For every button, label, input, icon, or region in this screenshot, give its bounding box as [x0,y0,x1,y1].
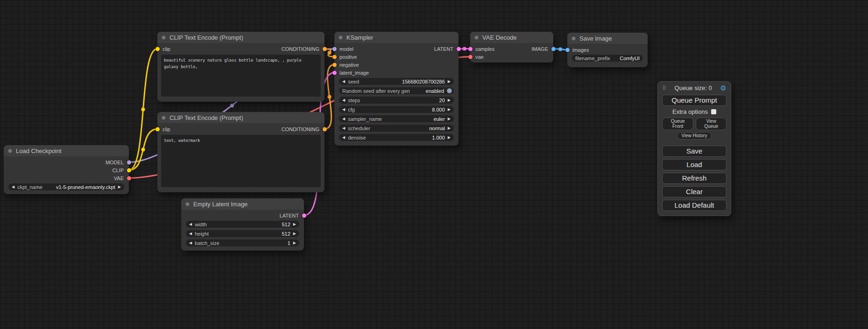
output-dot-conditioning[interactable] [323,127,327,131]
filename-prefix-widget[interactable]: filename_prefix ComfyUI [572,55,643,62]
input-dot-positive[interactable] [332,55,337,59]
increment-arrow-icon[interactable]: ▶ [448,108,451,112]
output-dot-vae[interactable] [127,176,131,180]
widget-label: scheduler [348,126,370,131]
increment-arrow-icon[interactable]: ▶ [293,241,296,245]
node-clip-text-encode-positive[interactable]: CLIP Text Encode (Prompt) clip CONDITION… [157,32,325,102]
input-slot-images[interactable]: images [567,46,648,54]
view-queue-button[interactable]: View Queue [696,118,727,130]
node-titlebar[interactable]: Save Image [567,33,648,44]
output-slot-vae[interactable]: VAE [4,174,129,182]
clear-button[interactable]: Clear [662,186,727,197]
node-ksampler[interactable]: KSampler model LATENT positive negative … [334,32,459,146]
input-slot-negative[interactable]: negative [334,61,459,69]
drag-handle-icon[interactable]: ⠿ [662,85,666,91]
node-vae-decode[interactable]: VAE Decode samples IMAGE vae [470,32,553,63]
node-clip-text-encode-negative[interactable]: CLIP Text Encode (Prompt) clip CONDITION… [157,112,325,192]
width-widget[interactable]: ◀ width 512 ▶ [186,221,299,228]
decrement-arrow-icon[interactable]: ◀ [342,136,345,140]
decrement-arrow-icon[interactable]: ◀ [189,223,192,226]
increment-arrow-icon[interactable]: ▶ [448,136,451,140]
extra-options-checkbox[interactable] [711,109,716,114]
output-dot-image[interactable] [551,47,556,51]
random-seed-toggle[interactable]: Random seed after every gen enabled [339,87,454,94]
input-slot-positive[interactable]: positive [334,53,459,61]
steps-widget[interactable]: ◀ steps 20 ▶ [339,97,454,104]
input-dot-images[interactable] [565,48,570,52]
node-save-image[interactable]: Save Image images filename_prefix ComfyU… [567,33,648,67]
node-empty-latent-image[interactable]: Empty Latent Image LATENT ◀ width 512 ▶ … [181,198,304,251]
prev-arrow-icon[interactable]: ◀ [12,185,14,189]
input-dot-latent-image[interactable] [332,70,337,75]
output-slot-latent[interactable]: LATENT [181,211,304,219]
decrement-arrow-icon[interactable]: ◀ [342,98,345,102]
collapse-dot-icon[interactable] [162,35,166,40]
graph-canvas[interactable]: Load Checkpoint MODEL CLIP VAE ◀ ckpt_na… [0,0,868,329]
increment-arrow-icon[interactable]: ▶ [293,223,296,226]
collapse-dot-icon[interactable] [572,36,576,41]
node-titlebar[interactable]: Load Checkpoint [4,145,129,156]
output-dot-conditioning[interactable] [323,47,327,51]
input-slot-latent-image[interactable]: latent_image [334,69,459,77]
node-load-checkpoint[interactable]: Load Checkpoint MODEL CLIP VAE ◀ ckpt_na… [4,145,129,194]
collapse-dot-icon[interactable] [8,149,12,153]
sampler-name-widget[interactable]: ◀ sampler_name euler ▶ [339,115,454,122]
decrement-arrow-icon[interactable]: ◀ [342,108,345,112]
height-widget[interactable]: ◀ height 512 ▶ [186,230,299,237]
increment-arrow-icon[interactable]: ▶ [448,98,451,102]
queue-panel[interactable]: ⠿ Queue size: 0 ⚙ Queue Prompt Extra opt… [657,81,731,216]
input-dot-clip[interactable] [155,47,160,51]
node-titlebar[interactable]: VAE Decode [470,32,553,43]
input-dot-model[interactable] [332,47,337,51]
input-dot-clip[interactable] [155,127,160,131]
slot-row: samples IMAGE [470,45,553,53]
input-dot-vae[interactable] [468,55,473,59]
slot-label: LATENT [280,213,299,218]
view-history-button[interactable]: View History [677,132,711,140]
input-dot-negative[interactable] [332,63,337,67]
decrement-arrow-icon[interactable]: ◀ [189,232,192,236]
decrement-arrow-icon[interactable]: ◀ [342,80,345,84]
increment-arrow-icon[interactable]: ▶ [448,80,451,84]
ckpt-name-widget[interactable]: ◀ ckpt_name v1-5-pruned-emaonly.ckpt ▶ [8,183,124,190]
output-slot-model[interactable]: MODEL [4,158,129,166]
next-arrow-icon[interactable]: ▶ [448,126,451,130]
output-dot-model[interactable] [127,160,131,164]
output-dot-clip[interactable] [127,168,131,172]
batch-size-widget[interactable]: ◀ batch_size 1 ▶ [186,239,299,246]
input-dot-samples[interactable] [468,47,473,51]
prev-arrow-icon[interactable]: ◀ [342,117,345,121]
toggle-knob-icon[interactable] [447,88,452,93]
seed-widget[interactable]: ◀ seed 156680208700286 ▶ [339,78,454,85]
output-dot-latent[interactable] [457,47,461,51]
input-slot-vae[interactable]: vae [470,53,553,61]
queue-front-button[interactable]: Queue Front [662,118,693,130]
cfg-widget[interactable]: ◀ cfg 8.000 ▶ [339,106,454,113]
increment-arrow-icon[interactable]: ▶ [293,232,296,236]
save-button[interactable]: Save [662,146,727,157]
collapse-dot-icon[interactable] [185,202,190,206]
refresh-button[interactable]: Refresh [662,173,727,184]
collapse-dot-icon[interactable] [474,35,479,40]
node-titlebar[interactable]: CLIP Text Encode (Prompt) [157,32,325,43]
next-arrow-icon[interactable]: ▶ [118,185,121,189]
next-arrow-icon[interactable]: ▶ [448,117,451,121]
positive-prompt-input[interactable]: beautiful scenery nature glass bottle la… [161,55,321,97]
negative-prompt-input[interactable]: text, watermark [161,135,321,187]
scheduler-widget[interactable]: ◀ scheduler normal ▶ [339,125,454,132]
output-dot-latent[interactable] [302,213,306,217]
denoise-widget[interactable]: ◀ denoise 1.000 ▶ [339,134,454,141]
node-titlebar[interactable]: KSampler [334,32,459,43]
collapse-dot-icon[interactable] [339,35,343,40]
node-titlebar[interactable]: Empty Latent Image [181,198,304,210]
settings-gear-icon[interactable]: ⚙ [720,84,727,91]
queue-prompt-button[interactable]: Queue Prompt [662,95,727,106]
load-default-button[interactable]: Load Default [662,200,727,211]
load-button[interactable]: Load [662,159,727,170]
output-slot-clip[interactable]: CLIP [4,166,129,174]
decrement-arrow-icon[interactable]: ◀ [189,241,192,245]
wire-midpoint-dot [328,95,332,99]
collapse-dot-icon[interactable] [162,116,166,120]
prev-arrow-icon[interactable]: ◀ [342,126,345,130]
node-titlebar[interactable]: CLIP Text Encode (Prompt) [157,112,325,123]
